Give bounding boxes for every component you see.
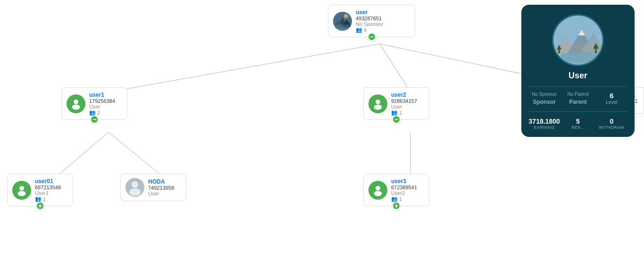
profile-level-label: Level [606, 100, 617, 105]
profile-sponsor-stat: No Sponsor Sponsor [528, 92, 560, 107]
node-root-toggle[interactable]: − [368, 33, 376, 41]
svg-point-16 [19, 186, 24, 190]
node-root-username: user [356, 9, 383, 16]
svg-rect-10 [333, 25, 352, 31]
node-user01-role: User1 [35, 190, 61, 196]
node-user01-members: 👥 1 [35, 196, 61, 202]
node-root[interactable]: user 493287651 No Sponsor 👥 4 − [328, 5, 415, 37]
node-root-id: 493287651 [356, 16, 383, 21]
node-user01-avatar [12, 181, 31, 200]
node-user3-role: User2 [391, 190, 417, 196]
node-user3-members: 👥 1 [391, 196, 417, 202]
profile-parent-sublabel: Parent [569, 99, 586, 105]
profile-sponsor-sublabel: Sponsor [533, 99, 556, 105]
profile-parent-label: No Parent [567, 92, 588, 97]
node-user3[interactable]: user3 672389541 User2 👥 1 + [363, 174, 429, 206]
node-user2-info: user2 928634157 User 👥 1 [391, 92, 417, 116]
node-root-role: No Sponsor [356, 21, 383, 27]
svg-line-3 [54, 132, 109, 178]
node-user2-id: 928634157 [391, 98, 417, 104]
profile-withdraw-value: 0 [610, 118, 613, 125]
profile-level-value: 6 [610, 92, 613, 100]
svg-point-15 [374, 104, 382, 110]
node-hoda-info: HODA 749213658 User [148, 178, 174, 196]
node-user01[interactable]: user01 697213548 User1 👥 1 + [7, 174, 73, 206]
svg-point-20 [376, 186, 380, 190]
node-user2-toggle[interactable]: − [392, 115, 401, 124]
svg-line-1 [380, 44, 410, 92]
node-user1-id: 179256384 [89, 98, 115, 104]
node-user1-members: 👥 2 [89, 110, 115, 116]
node-user1[interactable]: user1 179256384 User 👥 2 − [61, 87, 127, 120]
tree-container: user 493287651 No Sponsor 👥 4 − user1 17… [0, 0, 644, 253]
svg-point-11 [344, 14, 348, 18]
node-user3-info: user3 672389541 User2 👥 1 [391, 178, 417, 202]
svg-point-18 [132, 181, 138, 188]
node-user2-members: 👥 1 [391, 110, 417, 116]
profile-ref-label: REF... [571, 125, 585, 130]
svg-point-17 [18, 191, 26, 196]
node-user01-username: user01 [35, 178, 61, 185]
node-hoda-role: User [148, 191, 174, 196]
node-root-members: 👥 4 [356, 27, 383, 33]
profile-stats-bottom: 3718.1800 EARNING 5 REF... 0 WITHDRAW [528, 118, 627, 130]
profile-ref-value: 5 [576, 118, 580, 125]
node-user1-username: user1 [89, 92, 115, 98]
node-user2-avatar [368, 94, 387, 113]
node-user3-username: user3 [391, 178, 417, 185]
profile-name: User [569, 71, 587, 81]
profile-earning-label: EARNING [534, 125, 555, 130]
node-user2[interactable]: user2 928634157 User 👥 1 − [363, 87, 429, 120]
node-user01-id: 697213548 [35, 185, 61, 190]
svg-point-13 [72, 104, 80, 110]
node-user3-toggle[interactable]: + [392, 202, 401, 210]
profile-sponsor-label: No Sponsor [532, 92, 557, 97]
node-user1-role: User [89, 104, 115, 110]
svg-point-14 [376, 99, 380, 104]
profile-level-stat: 6 Level [596, 92, 627, 107]
profile-stats-top: No Sponsor Sponsor No Parent Parent 6 Le… [528, 86, 627, 112]
svg-rect-34 [560, 53, 598, 66]
node-hoda-id: 749213658 [148, 185, 174, 191]
profile-avatar [552, 14, 604, 66]
node-user3-avatar [368, 181, 387, 200]
node-user1-info: user1 179256384 User 👥 2 [89, 92, 115, 116]
profile-withdraw-label: WITHDRAW [599, 125, 624, 130]
profile-withdraw: 0 WITHDRAW [596, 118, 627, 130]
node-user1-avatar [67, 94, 85, 113]
profile-parent-stat: No Parent Parent [562, 92, 594, 107]
node-user2-role: User [391, 104, 417, 110]
node-user01-info: user01 697213548 User1 👥 1 [35, 178, 61, 202]
node-user2-username: user2 [391, 92, 417, 98]
node-user1-toggle[interactable]: − [90, 115, 99, 124]
svg-line-4 [109, 132, 165, 178]
node-root-info: user 493287651 No Sponsor 👥 4 [356, 9, 383, 33]
svg-marker-35 [553, 44, 604, 53]
node-hoda-avatar [125, 178, 144, 197]
svg-line-0 [109, 44, 380, 92]
node-user01-toggle[interactable]: + [36, 202, 44, 210]
profile-ref: 5 REF... [562, 118, 594, 130]
profile-earning-value: 3718.1800 [529, 118, 560, 125]
node-hoda-username: HODA [148, 178, 174, 185]
node-hoda[interactable]: HODA 749213658 User [120, 174, 186, 201]
svg-point-19 [129, 188, 141, 196]
profile-earning: 3718.1800 EARNING [528, 118, 560, 130]
profile-card: User No Sponsor Sponsor No Parent Parent… [521, 5, 635, 137]
node-user3-id: 672389541 [391, 185, 417, 190]
svg-point-12 [74, 99, 78, 104]
svg-point-21 [374, 191, 382, 196]
node-root-avatar [333, 12, 352, 31]
